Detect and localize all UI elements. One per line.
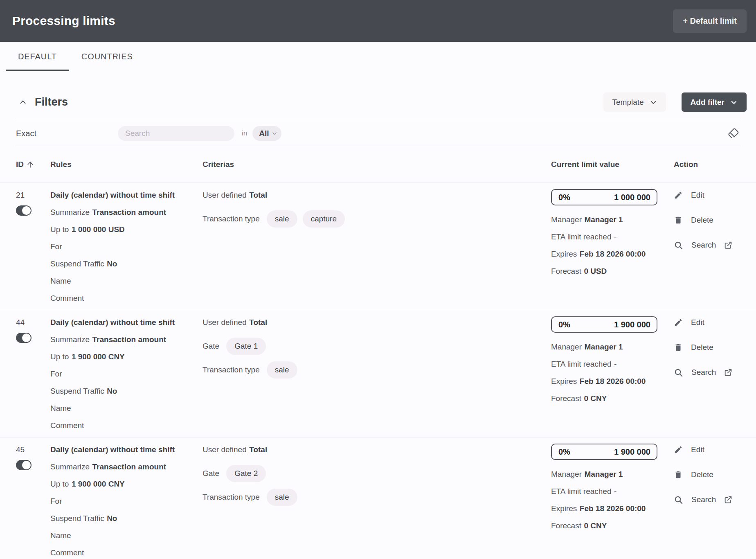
forecast-line: Forecast0 CNY bbox=[551, 390, 674, 407]
manager-line: ManagerManager 1 bbox=[551, 338, 674, 356]
filter-row-exact: Exact in All bbox=[0, 121, 756, 146]
external-link-icon[interactable] bbox=[724, 241, 733, 250]
magnifier-icon bbox=[674, 368, 683, 377]
row-id: 45 bbox=[16, 441, 50, 458]
trash-icon bbox=[674, 216, 683, 225]
limit-percent: 0% bbox=[558, 193, 570, 202]
rule-period: Daily (calendar) without time shift bbox=[50, 314, 202, 331]
pencil-icon bbox=[674, 318, 683, 327]
criteria-chip: Gate 1 bbox=[226, 338, 266, 355]
forecast-line: Forecast0 USD bbox=[551, 263, 674, 280]
chevron-down-icon bbox=[272, 131, 277, 136]
limit-value-box: 0% 1 000 000 bbox=[551, 189, 657, 205]
criterias-cell: User definedTotal Transaction type sale … bbox=[202, 187, 551, 307]
add-filter-button[interactable]: Add filter bbox=[682, 92, 747, 112]
limit-value-box: 0% 1 900 000 bbox=[551, 316, 657, 333]
tab-default[interactable]: DEFAULT bbox=[6, 42, 69, 71]
criteria-chip: sale bbox=[267, 210, 297, 228]
criteria-chip: Gate 2 bbox=[226, 465, 266, 482]
limit-amount: 1 900 000 bbox=[614, 447, 650, 457]
column-header-limit: Current limit value bbox=[551, 160, 674, 169]
id-cell: 21 bbox=[16, 187, 50, 307]
page-title: Processing limits bbox=[12, 14, 115, 28]
trash-icon bbox=[674, 343, 683, 352]
row-id: 21 bbox=[16, 187, 50, 204]
table-row: 44 Daily (calendar) without time shift S… bbox=[0, 310, 756, 437]
edit-button[interactable]: Edit bbox=[674, 314, 748, 331]
rules-cell: Daily (calendar) without time shift Summ… bbox=[50, 314, 202, 434]
trash-icon bbox=[674, 470, 683, 479]
delete-button[interactable]: Delete bbox=[674, 212, 748, 229]
row-id: 44 bbox=[16, 314, 50, 331]
chevron-down-icon bbox=[730, 99, 738, 106]
in-label: in bbox=[242, 129, 247, 137]
expires-line: ExpiresFeb 18 2026 00:00 bbox=[551, 373, 674, 390]
rule-period: Daily (calendar) without time shift bbox=[50, 441, 202, 458]
criteria-chip: capture bbox=[303, 210, 345, 228]
id-cell: 44 bbox=[16, 314, 50, 434]
column-header-criterias: Criterias bbox=[202, 160, 551, 169]
eta-line: ETA limit reached- bbox=[551, 483, 674, 500]
column-header-id[interactable]: ID bbox=[16, 160, 50, 169]
filters-header: Filters Template Add filter bbox=[16, 92, 747, 112]
table-row: 21 Daily (calendar) without time shift S… bbox=[0, 183, 756, 310]
template-button[interactable]: Template bbox=[603, 92, 666, 112]
scope-select[interactable]: All bbox=[252, 126, 281, 141]
delete-button[interactable]: Delete bbox=[674, 339, 748, 356]
table-row: 45 Daily (calendar) without time shift S… bbox=[0, 437, 756, 559]
limit-cell: 0% 1 000 000 ManagerManager 1 ETA limit … bbox=[551, 187, 674, 307]
sort-ascending-icon[interactable] bbox=[26, 160, 34, 169]
magnifier-icon bbox=[674, 241, 683, 250]
id-cell: 45 bbox=[16, 441, 50, 559]
table-header: ID Rules Criterias Current limit value A… bbox=[0, 146, 756, 183]
eraser-icon[interactable] bbox=[727, 127, 740, 140]
row-toggle[interactable] bbox=[16, 460, 32, 470]
search-input[interactable] bbox=[118, 126, 234, 141]
filter-row-label: Exact bbox=[16, 129, 118, 138]
delete-button[interactable]: Delete bbox=[674, 466, 748, 483]
edit-button[interactable]: Edit bbox=[674, 441, 748, 458]
limit-amount: 1 000 000 bbox=[614, 193, 650, 202]
external-link-icon[interactable] bbox=[724, 495, 733, 504]
search-button[interactable]: Search bbox=[674, 491, 748, 508]
edit-button[interactable]: Edit bbox=[674, 187, 748, 204]
rules-cell: Daily (calendar) without time shift Summ… bbox=[50, 187, 202, 307]
limit-value-box: 0% 1 900 000 bbox=[551, 444, 657, 460]
search-button[interactable]: Search bbox=[674, 364, 748, 381]
limit-cell: 0% 1 900 000 ManagerManager 1 ETA limit … bbox=[551, 314, 674, 434]
magnifier-icon bbox=[674, 495, 683, 505]
external-link-icon[interactable] bbox=[724, 368, 733, 377]
filters-title: Filters bbox=[35, 96, 68, 108]
chevron-up-icon[interactable] bbox=[16, 98, 30, 107]
rules-cell: Daily (calendar) without time shift Summ… bbox=[50, 441, 202, 559]
limit-cell: 0% 1 900 000 ManagerManager 1 ETA limit … bbox=[551, 441, 674, 559]
app-header: Processing limits + Default limit bbox=[0, 0, 756, 42]
limit-percent: 0% bbox=[558, 320, 570, 329]
pencil-icon bbox=[674, 191, 683, 200]
limit-percent: 0% bbox=[558, 447, 570, 457]
criteria-chip: sale bbox=[267, 489, 297, 506]
actions-cell: Edit Delete Search bbox=[674, 314, 756, 434]
criterias-cell: User definedTotal Gate Gate 2 Transactio… bbox=[202, 441, 551, 559]
actions-cell: Edit Delete Search bbox=[674, 187, 756, 307]
row-toggle[interactable] bbox=[16, 333, 32, 343]
manager-line: ManagerManager 1 bbox=[551, 211, 674, 228]
search-button[interactable]: Search bbox=[674, 237, 748, 254]
column-header-rules: Rules bbox=[50, 160, 202, 169]
tab-bar: DEFAULT COUNTRIES bbox=[0, 42, 756, 71]
add-default-limit-button[interactable]: + Default limit bbox=[673, 9, 747, 33]
eta-line: ETA limit reached- bbox=[551, 356, 674, 373]
rule-period: Daily (calendar) without time shift bbox=[50, 187, 202, 204]
eta-line: ETA limit reached- bbox=[551, 228, 674, 246]
expires-line: ExpiresFeb 18 2026 00:00 bbox=[551, 500, 674, 517]
manager-line: ManagerManager 1 bbox=[551, 466, 674, 483]
chevron-down-icon bbox=[650, 99, 657, 106]
forecast-line: Forecast0 CNY bbox=[551, 517, 674, 534]
tab-countries[interactable]: COUNTRIES bbox=[69, 42, 145, 71]
row-toggle[interactable] bbox=[16, 205, 32, 216]
criterias-cell: User definedTotal Gate Gate 1 Transactio… bbox=[202, 314, 551, 434]
criteria-chip: sale bbox=[267, 361, 297, 379]
pencil-icon bbox=[674, 445, 683, 454]
actions-cell: Edit Delete Search bbox=[674, 441, 756, 559]
expires-line: ExpiresFeb 18 2026 00:00 bbox=[551, 246, 674, 263]
